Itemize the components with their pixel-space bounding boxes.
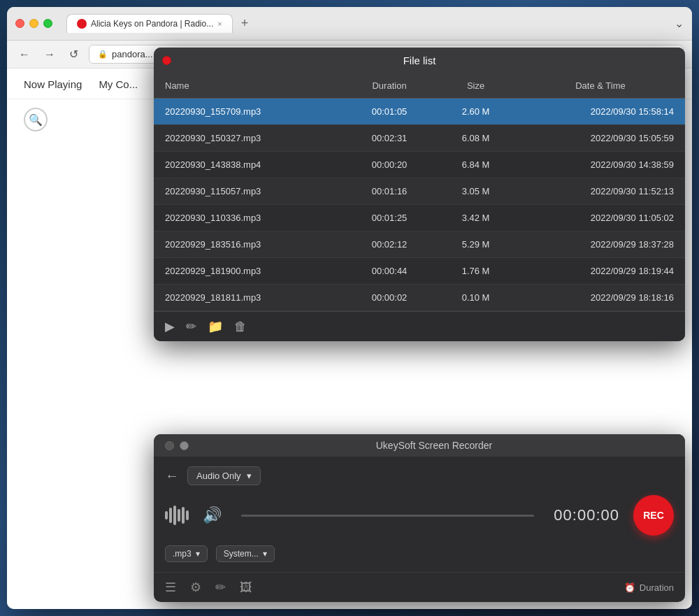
table-row[interactable]: 20220929_183516.mp3 00:02:12 5.29 M 2022…	[154, 231, 685, 258]
recorder-body: ← Audio Only ▾ 🔊 00:00:00 REC	[154, 457, 685, 572]
file-list-overlay: File list Name Duration Size Date & Time…	[154, 48, 685, 341]
cell-duration: 00:01:05	[343, 99, 435, 125]
pandora-favicon	[77, 19, 87, 29]
alarm-icon: ⏰	[624, 582, 635, 593]
tab-close-button[interactable]: ×	[217, 20, 222, 28]
minimize-button[interactable]	[29, 19, 38, 28]
table-row[interactable]: 20220929_181811.mp3 00:00:02 0.10 M 2022…	[154, 285, 685, 311]
active-tab[interactable]: Alicia Keys on Pandora | Radio... ×	[66, 14, 233, 33]
cell-datetime: 2022/09/29 18:19:44	[516, 258, 685, 285]
col-name: Name	[154, 73, 343, 99]
cell-datetime: 2022/09/30 11:05:02	[516, 205, 685, 231]
mode-label: Audio Only	[196, 471, 241, 481]
rec-button[interactable]: REC	[633, 495, 674, 536]
tab-more-button[interactable]: ⌄	[675, 17, 684, 30]
cell-name: 20220929_181900.mp3	[154, 258, 343, 285]
cell-datetime: 2022/09/29 18:18:16	[516, 285, 685, 311]
system-dropdown[interactable]: System... ▾	[216, 545, 275, 562]
list-icon[interactable]: ☰	[165, 580, 176, 595]
delete-file-button[interactable]: 🗑	[234, 320, 247, 334]
file-list-header: File list	[154, 48, 685, 73]
file-list-close-dot[interactable]	[162, 56, 171, 65]
wave-bar-2	[169, 508, 172, 523]
traffic-lights	[15, 19, 52, 28]
file-list-table: Name Duration Size Date & Time 20220930_…	[154, 73, 685, 311]
cell-name: 20220929_183516.mp3	[154, 231, 343, 258]
wave-bar-3	[173, 506, 176, 525]
nav-my-collection[interactable]: My Co...	[99, 78, 138, 99]
cell-size: 3.05 M	[435, 178, 516, 205]
duration-label: Duration	[640, 582, 674, 593]
cell-duration: 00:01:25	[343, 205, 435, 231]
nav-now-playing[interactable]: Now Playing	[24, 78, 82, 99]
cell-duration: 00:02:12	[343, 231, 435, 258]
cell-datetime: 2022/09/30 11:52:13	[516, 178, 685, 205]
system-label: System...	[224, 549, 259, 559]
cell-size: 2.60 M	[435, 99, 516, 125]
new-tab-button[interactable]: +	[236, 15, 254, 32]
recorder-dot-1	[165, 441, 174, 450]
close-button[interactable]	[15, 19, 24, 28]
cell-name: 20220930_150327.mp3	[154, 125, 343, 152]
recorder-back-button[interactable]: ←	[165, 468, 179, 484]
play-file-button[interactable]: ▶	[165, 319, 175, 334]
cell-size: 3.42 M	[435, 205, 516, 231]
cell-size: 0.10 M	[435, 285, 516, 311]
cell-duration: 00:00:20	[343, 152, 435, 178]
recorder-footer: ☰ ⚙ ✏ 🖼 ⏰ Duration	[154, 572, 685, 602]
table-row[interactable]: 20220930_143838.mp4 00:00:20 6.84 M 2022…	[154, 152, 685, 178]
mode-dropdown[interactable]: Audio Only ▾	[187, 466, 261, 485]
cell-size: 5.29 M	[435, 231, 516, 258]
format-dropdown-arrow: ▾	[196, 549, 200, 559]
recorder-dot-2	[180, 441, 189, 450]
recorder-title: UkeySoft Screen Recorder	[194, 440, 674, 451]
table-row[interactable]: 20220929_181900.mp3 00:00:44 1.76 M 2022…	[154, 258, 685, 285]
gear-icon[interactable]: ⚙	[190, 580, 201, 595]
back-button[interactable]: ←	[15, 47, 34, 62]
folder-button[interactable]: 📁	[208, 319, 223, 334]
wave-bar-1	[165, 511, 168, 520]
cell-duration: 00:00:44	[343, 258, 435, 285]
recorder-bottom-row: .mp3 ▾ System... ▾	[165, 545, 674, 562]
rec-label: REC	[643, 510, 664, 521]
forward-button[interactable]: →	[41, 47, 59, 62]
col-datetime: Date & Time	[516, 73, 685, 99]
volume-icon: 🔊	[203, 506, 222, 524]
progress-bar	[241, 515, 534, 517]
maximize-button[interactable]	[43, 19, 52, 28]
recorder-header: UkeySoft Screen Recorder	[154, 434, 685, 457]
search-button[interactable]: 🔍	[24, 108, 48, 131]
table-row[interactable]: 20220930_115057.mp3 00:01:16 3.05 M 2022…	[154, 178, 685, 205]
cell-name: 20220930_155709.mp3	[154, 99, 343, 125]
wave-bar-5	[182, 507, 185, 524]
tab-bar: Alicia Keys on Pandora | Radio... × + ⌄	[66, 14, 684, 33]
address-text: pandora...	[112, 49, 153, 59]
cell-duration: 00:00:02	[343, 285, 435, 311]
cell-duration: 00:02:31	[343, 125, 435, 152]
cell-name: 20220930_143838.mp4	[154, 152, 343, 178]
edit-file-button[interactable]: ✏	[186, 319, 196, 334]
format-label: .mp3	[173, 549, 192, 559]
search-icon: 🔍	[29, 113, 43, 127]
edit-icon[interactable]: ✏	[215, 580, 226, 595]
timer-display: 00:00:00	[554, 506, 619, 524]
table-row[interactable]: 20220930_150327.mp3 00:02:31 6.08 M 2022…	[154, 125, 685, 152]
cell-datetime: 2022/09/30 15:05:59	[516, 125, 685, 152]
col-size: Size	[435, 73, 516, 99]
cell-size: 6.08 M	[435, 125, 516, 152]
table-row[interactable]: 20220930_110336.mp3 00:01:25 3.42 M 2022…	[154, 205, 685, 231]
image-icon[interactable]: 🖼	[240, 580, 252, 595]
cell-size: 1.76 M	[435, 258, 516, 285]
format-dropdown[interactable]: .mp3 ▾	[165, 545, 208, 562]
recorder-middle-row: 🔊 00:00:00 REC	[165, 495, 674, 536]
waveform-icon	[165, 505, 189, 526]
refresh-button[interactable]: ↺	[66, 46, 82, 62]
table-row[interactable]: 20220930_155709.mp3 00:01:05 2.60 M 2022…	[154, 99, 685, 125]
wave-bar-6	[186, 510, 189, 520]
cell-name: 20220930_115057.mp3	[154, 178, 343, 205]
wave-bar-4	[178, 509, 180, 522]
col-duration: Duration	[343, 73, 435, 99]
cell-datetime: 2022/09/29 18:37:28	[516, 231, 685, 258]
duration-section: ⏰ Duration	[624, 582, 674, 593]
cell-name: 20220929_181811.mp3	[154, 285, 343, 311]
